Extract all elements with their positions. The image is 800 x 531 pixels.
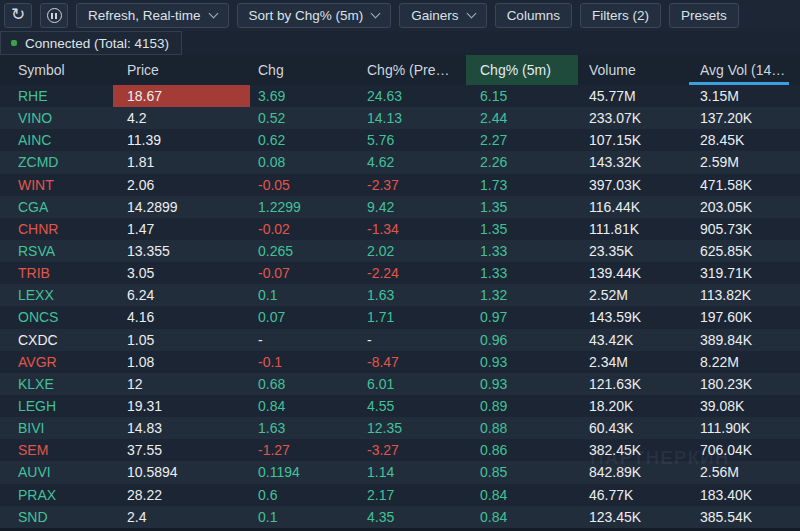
table-row[interactable]: LEXX6.240.11.631.322.52M113.82K bbox=[0, 284, 800, 306]
table-row[interactable]: RSVA13.3550.2652.021.3323.35K625.85K bbox=[0, 240, 800, 262]
cell-volume: 111.81K bbox=[578, 218, 689, 240]
cell-volume: 2.34M bbox=[578, 351, 689, 373]
cell-chg: 0.1 bbox=[250, 284, 360, 306]
column-header-avg_vol[interactable]: Avg Vol (14… bbox=[689, 55, 800, 85]
table-row[interactable]: AVGR1.08-0.1-8.470.932.34M8.22M bbox=[0, 351, 800, 373]
columns-button[interactable]: Columns bbox=[495, 3, 572, 28]
cell-symbol: CGA bbox=[0, 196, 113, 218]
cell-price: 4.2 bbox=[113, 107, 250, 129]
column-header-chg[interactable]: Chg bbox=[250, 55, 360, 85]
table-row[interactable]: ONCS4.160.071.710.97143.59K197.60K bbox=[0, 306, 800, 328]
cell-chg_5m: 1.33 bbox=[466, 262, 578, 284]
cell-chg_pre: -1.34 bbox=[360, 218, 466, 240]
table-row[interactable]: CXDC1.05--0.9643.42K389.84K bbox=[0, 329, 800, 351]
table-row[interactable]: SND2.40.14.350.84123.45K385.54K bbox=[0, 506, 800, 528]
table-row[interactable]: KLXE120.686.010.93121.63K180.23K bbox=[0, 373, 800, 395]
cell-volume: 842.89K bbox=[578, 461, 689, 483]
cell-avg_vol: 8.22M bbox=[689, 351, 800, 373]
cell-chg: 0.1194 bbox=[250, 461, 360, 483]
cell-volume: 233.07K bbox=[578, 107, 689, 129]
cell-avg_vol: 111.90K bbox=[689, 417, 800, 439]
cell-symbol: RSVA bbox=[0, 240, 113, 262]
cell-symbol: RHE bbox=[0, 85, 113, 107]
cell-chg_5m: 0.85 bbox=[466, 461, 578, 483]
cell-chg_pre: 24.63 bbox=[360, 85, 466, 107]
cell-price: 19.31 bbox=[113, 395, 250, 417]
gainers-dropdown[interactable]: Gainers bbox=[399, 3, 486, 28]
cell-price: 10.5894 bbox=[113, 461, 250, 483]
cell-chg_pre: 4.55 bbox=[360, 395, 466, 417]
pause-button[interactable] bbox=[40, 3, 68, 28]
cell-chg: 0.6 bbox=[250, 484, 360, 506]
cell-volume: 139.44K bbox=[578, 262, 689, 284]
table-row[interactable]: PRAX28.220.62.170.8446.77K183.40K bbox=[0, 484, 800, 506]
cell-symbol: AINC bbox=[0, 129, 113, 151]
table-row[interactable]: AINC11.390.625.762.27107.15K28.45K bbox=[0, 129, 800, 151]
cell-chg_pre: -2.24 bbox=[360, 262, 466, 284]
filters-label: Filters (2) bbox=[592, 8, 649, 23]
table-row[interactable]: CHNR1.47-0.02-1.341.35111.81K905.73K bbox=[0, 218, 800, 240]
cell-chg_pre: -8.47 bbox=[360, 351, 466, 373]
table-row[interactable]: LEGH19.310.844.550.8918.20K39.08K bbox=[0, 395, 800, 417]
cell-chg_pre: 9.42 bbox=[360, 196, 466, 218]
column-header-label: Chg% (5m) bbox=[480, 62, 551, 78]
cell-symbol: ONCS bbox=[0, 306, 113, 328]
cell-price: 28.22 bbox=[113, 484, 250, 506]
cell-chg: 0.68 bbox=[250, 373, 360, 395]
filters-button[interactable]: Filters (2) bbox=[580, 3, 661, 28]
cell-symbol: AUVI bbox=[0, 461, 113, 483]
columns-label: Columns bbox=[507, 8, 560, 23]
column-header-symbol[interactable]: Symbol bbox=[0, 55, 113, 85]
cell-avg_vol: 389.84K bbox=[689, 329, 800, 351]
cell-symbol: VINO bbox=[0, 107, 113, 129]
column-header-label: Chg% (Pre… bbox=[367, 62, 449, 78]
cell-chg_5m: 0.93 bbox=[466, 373, 578, 395]
column-header-label: Avg Vol (14… bbox=[700, 62, 785, 78]
cell-symbol: WINT bbox=[0, 174, 113, 196]
column-header-price[interactable]: Price bbox=[113, 55, 250, 85]
cell-chg_5m: 1.35 bbox=[466, 218, 578, 240]
table-row[interactable]: WINT2.06-0.05-2.371.73397.03K471.58K bbox=[0, 174, 800, 196]
sort-by-dropdown[interactable]: Sort by Chg% (5m) bbox=[237, 3, 392, 28]
cell-chg_5m: 2.44 bbox=[466, 107, 578, 129]
table-row[interactable]: BIVI14.831.6312.350.8860.43K111.90K bbox=[0, 417, 800, 439]
refresh-mode-dropdown[interactable]: Refresh, Real-time bbox=[76, 3, 229, 28]
cell-volume: 123.45K bbox=[578, 506, 689, 528]
table-row[interactable]: AUVI10.58940.11941.140.85842.89K2.56M bbox=[0, 461, 800, 483]
cell-avg_vol: 905.73K bbox=[689, 218, 800, 240]
table-row[interactable]: RHE18.673.6924.636.1545.77M3.15M bbox=[0, 85, 800, 107]
cell-chg_5m: 0.86 bbox=[466, 439, 578, 461]
cell-symbol: ZCMD bbox=[0, 151, 113, 173]
table-row[interactable]: VINO4.20.5214.132.44233.07K137.20K bbox=[0, 107, 800, 129]
table-row[interactable]: TRIB3.05-0.07-2.241.33139.44K319.71K bbox=[0, 262, 800, 284]
cell-chg: 1.63 bbox=[250, 417, 360, 439]
cell-avg_vol: 3.15M bbox=[689, 85, 800, 107]
table-row[interactable]: SEM37.55-1.27-3.270.86382.45K706.04K bbox=[0, 439, 800, 461]
cell-volume: 121.63K bbox=[578, 373, 689, 395]
cell-volume: 143.32K bbox=[578, 151, 689, 173]
cell-price: 11.39 bbox=[113, 129, 250, 151]
table-row[interactable]: CGA14.28991.22999.421.35116.44K203.05K bbox=[0, 196, 800, 218]
cell-symbol: SND bbox=[0, 506, 113, 528]
cell-chg_pre: 2.17 bbox=[360, 484, 466, 506]
column-header-chg_pre[interactable]: Chg% (Pre… bbox=[360, 55, 466, 85]
cell-avg_vol: 706.04K bbox=[689, 439, 800, 461]
cell-chg_5m: 0.84 bbox=[466, 484, 578, 506]
column-header-volume[interactable]: Volume bbox=[578, 55, 689, 85]
cell-chg: -0.1 bbox=[250, 351, 360, 373]
column-header-label: Chg bbox=[258, 62, 284, 78]
cell-price: 1.47 bbox=[113, 218, 250, 240]
column-header-chg_5m[interactable]: Chg% (5m) bbox=[466, 55, 578, 85]
cell-chg_pre: 4.35 bbox=[360, 506, 466, 528]
cell-symbol: LEGH bbox=[0, 395, 113, 417]
cell-volume: 23.35K bbox=[578, 240, 689, 262]
connected-dot-icon bbox=[11, 40, 17, 46]
cell-symbol: TRIB bbox=[0, 262, 113, 284]
presets-button[interactable]: Presets bbox=[669, 3, 739, 28]
table-row[interactable]: ZCMD1.810.084.622.26143.32K2.59M bbox=[0, 151, 800, 173]
cell-symbol: SEM bbox=[0, 439, 113, 461]
refresh-button[interactable]: ↻ bbox=[4, 3, 32, 28]
refresh-mode-label: Refresh, Real-time bbox=[88, 8, 201, 23]
cell-chg: -0.05 bbox=[250, 174, 360, 196]
cell-price: 12 bbox=[113, 373, 250, 395]
